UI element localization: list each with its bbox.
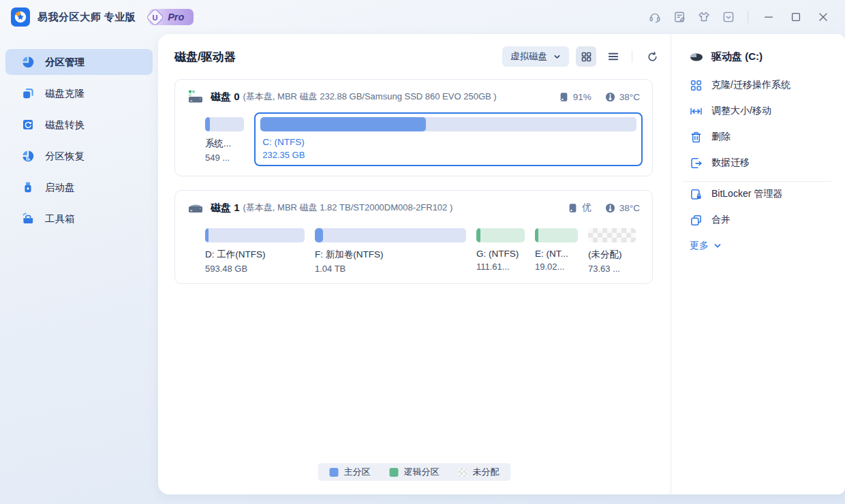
data-migration-icon xyxy=(690,157,703,170)
partition-f[interactable]: F: 新加卷(NTFS) 1.04 TB xyxy=(315,223,466,274)
health-icon xyxy=(559,92,569,102)
list-view-icon[interactable] xyxy=(603,46,624,67)
pro-badge: U Pro xyxy=(149,9,194,25)
action-label: 删除 xyxy=(711,131,731,143)
action-delete[interactable]: 删除 xyxy=(690,129,835,144)
sidebar-item-label: 启动盘 xyxy=(45,181,75,194)
legend-primary: 主分区 xyxy=(330,466,371,478)
action-bitlocker-manager[interactable]: BitLocker 管理器 xyxy=(690,187,835,202)
partition-bar xyxy=(315,228,466,242)
legend-logical: 逻辑分区 xyxy=(390,466,440,478)
sidebar-item-label: 磁盘转换 xyxy=(45,119,84,131)
drive-icon xyxy=(690,52,703,63)
temperature-icon xyxy=(605,203,615,213)
action-label: 克隆/迁移操作系统 xyxy=(711,79,790,91)
sidebar: 分区管理 磁盘克隆 磁盘转换 分区恢复 xyxy=(0,34,158,494)
sidebar-item-partition-manage[interactable]: 分区管理 xyxy=(5,49,153,75)
more-link[interactable]: 更多 xyxy=(690,240,835,252)
disk-panel-header: 磁盘/驱动器 虚拟磁盘 xyxy=(174,34,671,79)
partition-d[interactable]: D: 工作(NTFS) 593.48 GB xyxy=(205,223,305,274)
partition-recovery-icon xyxy=(21,149,35,163)
sidebar-item-partition-recovery[interactable]: 分区恢复 xyxy=(5,143,153,169)
disk-panel: 磁盘/驱动器 虚拟磁盘 xyxy=(158,34,671,494)
partition-e[interactable]: E: (NT... 19.02... xyxy=(535,223,578,272)
merge-icon xyxy=(690,214,703,227)
titlebar-divider xyxy=(748,11,748,23)
disk-health: 91% xyxy=(559,92,592,102)
logical-swatch-icon xyxy=(390,468,399,477)
refresh-icon[interactable] xyxy=(642,46,662,67)
titlebar-left: 易我分区大师 专业版 U Pro xyxy=(11,7,194,27)
action-label: 调整大小/移动 xyxy=(711,105,771,117)
feedback-icon[interactable] xyxy=(667,6,692,28)
theme-icon[interactable] xyxy=(692,6,716,28)
toolbox-icon xyxy=(21,212,35,225)
disk-name: 磁盘 0 xyxy=(211,91,240,104)
action-label: 合并 xyxy=(711,214,731,226)
app-title: 易我分区大师 专业版 xyxy=(37,11,136,24)
app-logo-icon xyxy=(11,7,30,27)
disk-0-header: 磁盘 0 (基本盘, MBR 磁盘 232.88 GB/Samsung SSD … xyxy=(175,89,652,104)
action-data-migration[interactable]: 数据迁移 xyxy=(690,155,835,170)
chevron-down-icon xyxy=(553,53,561,61)
headset-icon[interactable] xyxy=(643,6,667,28)
disk-card-1: 磁盘 1 (基本盘, MBR 磁盘 1.82 TB/ST2000DM008-2F… xyxy=(174,190,653,284)
sidebar-item-toolbox[interactable]: 工具箱 xyxy=(5,206,153,232)
pie-chart-icon xyxy=(21,55,35,69)
partition-legend: 主分区 逻辑分区 未分配 xyxy=(318,463,511,481)
disk-health: 优 xyxy=(568,202,592,214)
pro-badge-label: Pro xyxy=(168,12,184,22)
action-label: 数据迁移 xyxy=(711,157,750,169)
partition-bar xyxy=(205,117,244,131)
menu-icon[interactable] xyxy=(716,6,741,28)
action-divider xyxy=(683,181,831,182)
resize-move-icon xyxy=(690,105,703,118)
grid-view-icon[interactable] xyxy=(576,46,596,67)
action-panel: 驱动盘 (C:) 克隆/迁移操作系统 调整大小/移动 xyxy=(671,34,845,494)
sidebar-item-label: 磁盘克隆 xyxy=(45,87,84,100)
more-label: 更多 xyxy=(690,240,709,252)
main-card: 磁盘/驱动器 虚拟磁盘 xyxy=(158,34,845,494)
sidebar-item-label: 分区恢复 xyxy=(45,150,84,163)
partition-g[interactable]: G: (NTFS) 111.61... xyxy=(476,223,525,272)
ssd-disk-icon xyxy=(187,89,204,104)
partition-c[interactable]: C: (NTFS) 232.35 GB xyxy=(254,112,643,166)
bitlocker-icon xyxy=(690,188,703,201)
app-window: 易我分区大师 专业版 U Pro xyxy=(0,0,845,504)
sidebar-item-disk-clone[interactable]: 磁盘克隆 xyxy=(5,80,153,106)
selected-drive-label: 驱动盘 (C:) xyxy=(711,50,763,63)
disk-clone-icon xyxy=(21,86,35,100)
partition-system[interactable]: 系统... 549 ... xyxy=(205,112,244,163)
disk-card-0: 磁盘 0 (基本盘, MBR 磁盘 232.88 GB/Samsung SSD … xyxy=(174,79,653,176)
action-clone-migrate-os[interactable]: 克隆/迁移操作系统 xyxy=(690,78,835,93)
close-icon[interactable] xyxy=(810,6,837,28)
sidebar-item-disk-convert[interactable]: 磁盘转换 xyxy=(5,112,153,138)
partition-bar xyxy=(205,228,305,242)
partition-bar xyxy=(535,228,578,242)
action-panel-header: 驱动盘 (C:) xyxy=(690,50,835,63)
disk-name: 磁盘 1 xyxy=(211,202,240,215)
action-merge[interactable]: 合并 xyxy=(690,212,835,227)
page-title: 磁盘/驱动器 xyxy=(174,49,502,65)
disk-1-header: 磁盘 1 (基本盘, MBR 磁盘 1.82 TB/ST2000DM008-2F… xyxy=(175,200,652,215)
sidebar-item-boot-disk[interactable]: 启动盘 xyxy=(5,174,153,200)
titlebar: 易我分区大师 专业版 U Pro xyxy=(0,0,845,34)
u-diamond-icon: U xyxy=(146,8,164,27)
sidebar-item-label: 分区管理 xyxy=(45,56,84,69)
disk-0-partitions: 系统... 549 ... C: (NTFS) 232.35 GB xyxy=(175,104,652,176)
chevron-down-icon xyxy=(713,242,722,250)
partition-unallocated[interactable]: (未分配) 73.63 ... xyxy=(588,223,636,274)
disk-1-partitions: D: 工作(NTFS) 593.48 GB F: 新加卷(NTFS) 1.04 … xyxy=(175,215,652,283)
content-row: 分区管理 磁盘克隆 磁盘转换 分区恢复 xyxy=(0,34,845,504)
boot-disk-icon xyxy=(21,180,35,194)
disk-convert-icon xyxy=(21,118,35,131)
disk-0-stats: 91% 38°C xyxy=(559,92,640,102)
partition-bar xyxy=(588,228,636,242)
virtual-disk-dropdown[interactable]: 虚拟磁盘 xyxy=(502,46,569,67)
disk-temperature: 38°C xyxy=(605,92,640,102)
action-resize-move[interactable]: 调整大小/移动 xyxy=(690,104,835,119)
disk-details: (基本盘, MBR 磁盘 232.88 GB/Samsung SSD 860 E… xyxy=(243,91,559,103)
legend-unallocated: 未分配 xyxy=(459,466,500,478)
minimize-icon[interactable] xyxy=(755,6,782,28)
maximize-icon[interactable] xyxy=(782,6,810,28)
